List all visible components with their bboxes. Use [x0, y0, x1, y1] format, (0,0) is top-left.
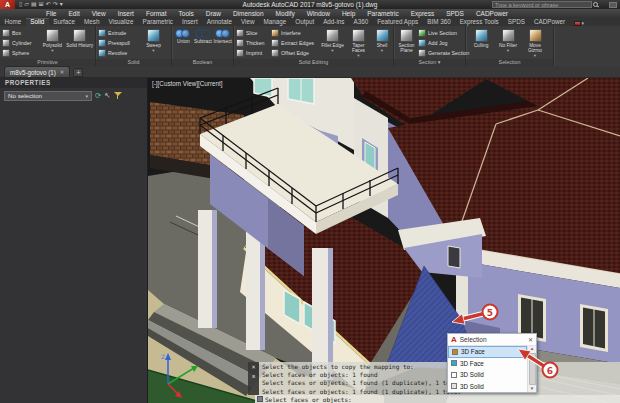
panel-label-selection[interactable]: Selection [466, 59, 553, 66]
column-1[interactable] [198, 210, 217, 328]
panel-label-section[interactable]: Section ▾ [394, 59, 465, 66]
search-icon[interactable] [592, 1, 599, 8]
scrollbar-thumb[interactable] [529, 353, 536, 385]
sphere-button[interactable]: Sphere [2, 48, 39, 58]
add-jog-button[interactable]: Add Jog [418, 38, 464, 48]
menu-item-help[interactable]: Help [336, 9, 361, 18]
menu-item-view[interactable]: View [86, 9, 112, 18]
selection-popup-titlebar[interactable]: A Selection ✕ [448, 334, 536, 346]
no-filter-button[interactable]: No Filter▾ [495, 27, 521, 59]
selection-item-3d-face-2[interactable]: 3D Face [448, 358, 527, 370]
ribbon-tab-express-tools[interactable]: Express Tools [455, 18, 503, 26]
print-icon[interactable]: ⊞ [39, 0, 44, 9]
scroll-down-icon[interactable]: ▼ [530, 386, 534, 392]
application-menu-button[interactable]: A [0, 0, 15, 9]
interfere-button[interactable]: Interfere [271, 28, 319, 38]
gable-window[interactable] [448, 246, 460, 268]
new-icon[interactable]: ▯ [19, 0, 22, 9]
ribbon-tab-cadpower[interactable]: CADPower [529, 18, 569, 26]
menu-item-insert[interactable]: Insert [112, 9, 140, 18]
ribbon-tab-featured-apps[interactable]: Featured Apps [373, 18, 423, 26]
ribbon-tab-output[interactable]: Output [291, 18, 319, 26]
menu-item-window[interactable]: Window [301, 9, 336, 18]
select-objects-icon[interactable]: ↖ [104, 91, 110, 101]
box-button[interactable]: Box [2, 28, 39, 38]
selection-dropdown[interactable]: No selection ▾ [4, 91, 92, 101]
ribbon-tab-solid[interactable]: Solid [26, 18, 49, 26]
generate-section-button[interactable]: Generate Section [418, 48, 464, 58]
ribbon-tab-insert[interactable]: Insert [177, 18, 202, 26]
extrude-button[interactable]: Extrude [98, 28, 140, 38]
imprint-button[interactable]: Imprint [236, 48, 270, 58]
move-gizmo-button[interactable]: Move Gizmo▾ [522, 27, 548, 59]
intersect-button[interactable]: Intersect [213, 27, 232, 59]
viewport-controls-label[interactable]: [-][Custom View][Current] [152, 80, 223, 87]
menu-item-format[interactable]: Format [140, 9, 173, 18]
command-close-icon[interactable]: ✕ [251, 364, 256, 370]
ribbon-tab-home[interactable]: Home [0, 18, 26, 26]
shell-button[interactable]: Shell▾ [372, 27, 392, 59]
scroll-up-icon[interactable]: ▲ [530, 346, 534, 352]
section-plane-button[interactable]: Section Plane [396, 27, 417, 59]
sweep-button[interactable]: Sweep▾ [141, 27, 166, 59]
selection-item-3d-solid-1[interactable]: 3D Solid [448, 369, 527, 381]
column-2[interactable] [246, 226, 265, 350]
offset-edge-button[interactable]: Offset Edge [271, 48, 319, 58]
qat-dropdown-icon[interactable]: ▾ [60, 0, 63, 9]
culling-button[interactable]: Culling [468, 27, 494, 59]
live-section-button[interactable]: Live Section [418, 28, 464, 38]
ribbon-tab-spds[interactable]: SPDS [503, 18, 529, 26]
fillet-edge-button[interactable]: Fillet Edge▾ [320, 27, 345, 59]
cylinder-button[interactable]: Cylinder [2, 38, 39, 48]
menu-item-edit[interactable]: Edit [62, 9, 85, 18]
union-button[interactable]: Union [174, 27, 193, 59]
menu-item-file[interactable]: File [40, 9, 62, 18]
subtract-button[interactable]: Subtract [194, 27, 213, 59]
panel-label-primitive[interactable]: Primitive [0, 59, 95, 66]
command-input[interactable]: Select faces or objects: [255, 395, 620, 403]
ribbon-tab-view[interactable]: View [236, 18, 259, 26]
selection-popup-scrollbar[interactable]: ▲ ▼ [527, 346, 536, 392]
redo-icon[interactable]: ↷ [53, 0, 58, 9]
taper-faces-button[interactable]: Taper Faces▾ [346, 27, 371, 59]
ribbon-tab-surface[interactable]: Surface [49, 18, 80, 26]
menu-item-spds[interactable]: SPDS [440, 9, 470, 18]
presspull-button[interactable]: Presspull [98, 38, 140, 48]
file-tab-close-icon[interactable]: ✕ [60, 69, 65, 75]
quick-select-icon[interactable] [114, 91, 122, 100]
command-history[interactable]: Select the objects to copy the mapping t… [259, 362, 620, 395]
menu-item-draw[interactable]: Draw [200, 9, 227, 18]
ribbon-tab-addins[interactable]: Add-ins [319, 18, 349, 26]
menu-item-cadpower[interactable]: CADPower [470, 9, 514, 18]
ribbon-tab-parametric[interactable]: Parametric [138, 18, 177, 26]
selection-item-3d-face-1[interactable]: 3D Face [448, 346, 527, 358]
ribbon-tab-bim360[interactable]: BIM 360 [423, 18, 455, 26]
solid-history-button[interactable]: Solid History [66, 27, 94, 59]
menu-item-modify[interactable]: Modify [270, 9, 301, 18]
column-3[interactable] [312, 248, 333, 380]
polysolid-button[interactable]: Polysolid▾ [40, 27, 64, 59]
ribbon-tab-a360[interactable]: A360 [349, 18, 373, 26]
menu-item-dimension[interactable]: Dimension [227, 9, 270, 18]
ribbon-tab-annotate[interactable]: Annotate [202, 18, 236, 26]
panel-label-solid-editing[interactable]: Solid Editing [234, 59, 393, 66]
panel-label-solid[interactable]: Solid [96, 59, 171, 66]
search-input[interactable] [492, 1, 592, 8]
slice-button[interactable]: Slice [236, 28, 270, 38]
ribbon-tab-mesh[interactable]: Mesh [80, 18, 104, 26]
menu-item-express[interactable]: Express [405, 9, 440, 18]
open-icon[interactable]: ▱ [24, 0, 29, 9]
pickadd-toggle-icon[interactable]: ⟳ [95, 91, 101, 101]
ribbon-tab-visualize[interactable]: Visualize [104, 18, 138, 26]
ribbon-tab-manage[interactable]: Manage [259, 18, 291, 26]
signin-icon[interactable] [609, 2, 617, 8]
save-icon[interactable]: ▤ [31, 0, 37, 9]
panel-label-boolean[interactable]: Boolean [172, 59, 233, 66]
drawing-canvas[interactable]: Z [-][Custom View][Current] ✕ ≡ Select t… [148, 78, 620, 403]
revolve-button[interactable]: Revolve [98, 48, 140, 58]
file-tab-active[interactable]: m8v5-gotovo (1) ✕ [4, 66, 70, 77]
menu-item-tools[interactable]: Tools [173, 9, 200, 18]
thicken-button[interactable]: Thicken [236, 38, 270, 48]
menu-item-parametric[interactable]: Parametric [361, 9, 404, 18]
right-wall-window-2[interactable] [580, 304, 608, 352]
